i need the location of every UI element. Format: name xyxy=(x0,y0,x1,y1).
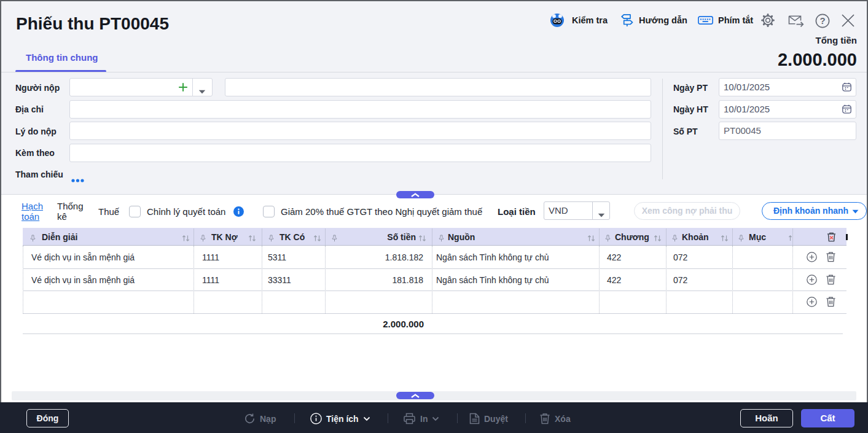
svg-text:?: ? xyxy=(819,15,825,26)
